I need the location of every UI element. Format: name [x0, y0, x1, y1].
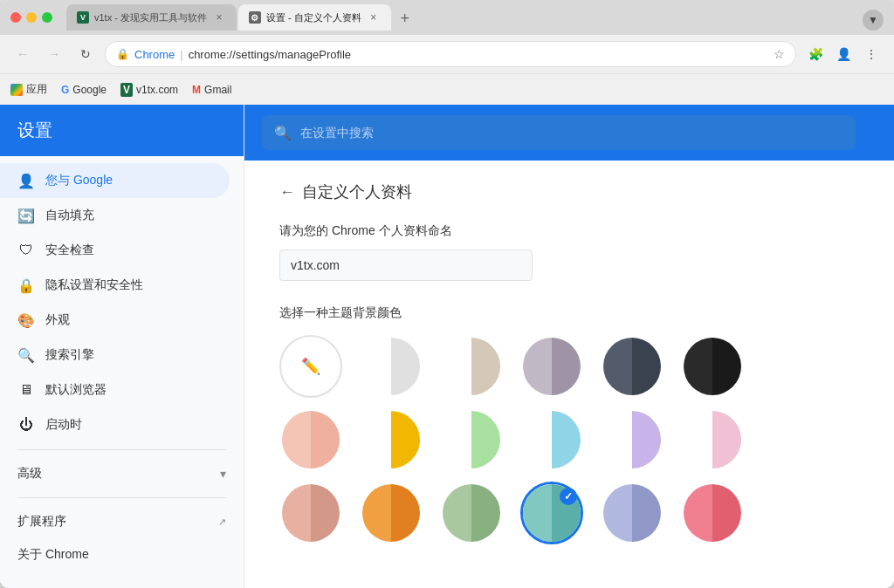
- sidebar-header: 设置: [0, 105, 244, 156]
- bookmark-google[interactable]: G Google: [61, 84, 107, 96]
- forward-button[interactable]: →: [42, 42, 66, 66]
- traffic-lights: [10, 12, 52, 23]
- tab-v1tx-favicon: V: [77, 11, 89, 24]
- tab-overflow-button[interactable]: ▼: [863, 10, 884, 31]
- sidebar-item-startup[interactable]: ⏻ 启动时: [0, 407, 230, 442]
- color-circle-green-sage[interactable]: [440, 482, 503, 544]
- color-section: 选择一种主题背景颜色 ✏️✓: [279, 305, 859, 544]
- page-title: 自定义个人资料: [302, 181, 412, 202]
- sidebar-divider-1: [17, 449, 226, 450]
- color-circle-green-mint[interactable]: [440, 408, 503, 471]
- startup-icon: ⏻: [17, 416, 35, 434]
- color-circle-white-beige[interactable]: [440, 335, 503, 398]
- minimize-traffic-light[interactable]: [26, 12, 37, 23]
- bookmark-google-label: Google: [72, 84, 107, 96]
- sidebar-item-search-engine-label: 搜索引擎: [45, 347, 94, 363]
- new-tab-button[interactable]: +: [393, 6, 417, 31]
- sidebar-item-security-check[interactable]: 🛡 安全检查: [0, 233, 230, 268]
- color-circle-pink-light[interactable]: [681, 408, 744, 471]
- search-input[interactable]: [300, 126, 843, 140]
- search-engine-icon: 🔍: [17, 346, 35, 364]
- sidebar-item-default-browser[interactable]: 🖥 默认浏览器: [0, 373, 230, 407]
- menu-icon[interactable]: ⋮: [859, 42, 884, 66]
- bookmark-v1tx-label: v1tx.com: [136, 84, 178, 96]
- sidebar: 设置 👤 您与 Google 🔄 自动填充 🛡 安全检查 🔒 隐私设置和安全性: [0, 105, 244, 588]
- bookmark-gmail-label: Gmail: [204, 84, 231, 96]
- sidebar-nav: 👤 您与 Google 🔄 自动填充 🛡 安全检查 🔒 隐私设置和安全性 🎨: [0, 156, 244, 578]
- color-circle-teal-selected[interactable]: ✓: [520, 482, 583, 544]
- search-box[interactable]: 🔍: [262, 115, 856, 150]
- about-label: 关于 Chrome: [17, 547, 89, 563]
- sidebar-item-search-engine[interactable]: 🔍 搜索引擎: [0, 338, 230, 373]
- tab-settings[interactable]: ⚙ 设置 - 自定义个人资料 ×: [238, 4, 391, 31]
- privacy-icon: 🔒: [17, 277, 35, 294]
- search-bar-area: 🔍: [244, 105, 894, 161]
- color-circle-white-gray[interactable]: [360, 335, 423, 398]
- color-circle-dark-gray[interactable]: [601, 335, 664, 398]
- external-link-icon: ↗: [218, 516, 226, 528]
- lock-icon: 🔒: [116, 48, 129, 60]
- default-browser-icon: 🖥: [17, 381, 35, 399]
- sidebar-item-about[interactable]: 关于 Chrome: [0, 538, 230, 571]
- pencil-icon: ✏️: [281, 337, 340, 396]
- search-icon: 🔍: [274, 125, 292, 141]
- v1tx-bookmark-icon: V: [120, 83, 133, 97]
- color-section-label: 选择一种主题背景颜色: [279, 305, 859, 321]
- back-page-button[interactable]: ←: [279, 183, 295, 202]
- selected-check-icon: ✓: [560, 488, 577, 505]
- tab-settings-title: 设置 - 自定义个人资料: [266, 11, 361, 24]
- sidebar-item-appearance-label: 外观: [45, 312, 70, 328]
- appearance-icon: 🎨: [17, 311, 35, 329]
- color-circle-salmon-warm[interactable]: [279, 482, 342, 544]
- maximize-traffic-light[interactable]: [42, 12, 52, 23]
- content-area: 设置 👤 您与 Google 🔄 自动填充 🛡 安全检查 🔒 隐私设置和安全性: [0, 105, 894, 588]
- back-button[interactable]: ←: [10, 42, 35, 66]
- profile-name-input[interactable]: [279, 250, 533, 281]
- profile-avatar[interactable]: 👤: [831, 42, 856, 66]
- extensions-icon[interactable]: 🧩: [803, 42, 828, 66]
- advanced-arrow-icon: ▾: [220, 467, 226, 481]
- tab-v1tx-close[interactable]: ×: [212, 10, 226, 24]
- reload-button[interactable]: ↻: [73, 42, 98, 66]
- title-bar: V v1tx - 发现实用工具与软件 × ⚙ 设置 - 自定义个人资料 × + …: [0, 0, 894, 35]
- advanced-label: 高级: [17, 466, 42, 482]
- nav-bar: ← → ↻ 🔒 Chrome | chrome://settings/manag…: [0, 35, 894, 73]
- sidebar-item-autofill[interactable]: 🔄 自动填充: [0, 198, 230, 233]
- sidebar-item-extensions[interactable]: 扩展程序 ↗: [0, 505, 244, 538]
- sidebar-item-appearance[interactable]: 🎨 外观: [0, 303, 230, 338]
- sidebar-item-you-google[interactable]: 👤 您与 Google: [0, 163, 230, 198]
- color-circle-white-purple-gray[interactable]: [520, 335, 583, 398]
- sidebar-item-startup-label: 启动时: [45, 417, 82, 433]
- color-circle-yellow-gold[interactable]: [360, 408, 423, 471]
- color-circle-salmon-pink[interactable]: [279, 408, 342, 471]
- tab-settings-close[interactable]: ×: [367, 10, 381, 24]
- address-bar[interactable]: 🔒 Chrome | chrome://settings/manageProfi…: [105, 41, 796, 67]
- bookmark-v1tx[interactable]: V v1tx.com: [120, 83, 178, 97]
- bookmark-star-icon[interactable]: ☆: [774, 47, 785, 61]
- extensions-label: 扩展程序: [17, 514, 66, 530]
- bookmark-apps[interactable]: 应用: [10, 82, 47, 97]
- autofill-icon: 🔄: [17, 207, 35, 224]
- color-circle-blue-light[interactable]: [520, 408, 583, 471]
- color-circle-hot-pink[interactable]: [681, 482, 744, 544]
- gmail-icon: M: [192, 84, 201, 96]
- sidebar-item-advanced[interactable]: 高级 ▾: [0, 457, 244, 490]
- sidebar-item-autofill-label: 自动填充: [45, 208, 94, 223]
- sidebar-item-privacy[interactable]: 🔒 隐私设置和安全性: [0, 268, 230, 303]
- tab-v1tx[interactable]: V v1tx - 发现实用工具与软件 ×: [66, 4, 237, 31]
- color-circle-purple-light[interactable]: [601, 408, 664, 471]
- color-circle-black[interactable]: [681, 335, 744, 398]
- main-content: 🔍 ← 自定义个人资料 请为您的 Chrome 个人资料命名 选择一种主题背景颜…: [244, 105, 894, 588]
- color-circle-periwinkle[interactable]: [601, 482, 664, 544]
- name-section: 请为您的 Chrome 个人资料命名: [279, 223, 859, 281]
- address-separator: |: [180, 48, 182, 61]
- bookmark-apps-label: 应用: [26, 82, 47, 97]
- page-content: ← 自定义个人资料 请为您的 Chrome 个人资料命名 选择一种主题背景颜色 …: [244, 161, 894, 588]
- sidebar-item-you-google-label: 您与 Google: [45, 173, 113, 188]
- color-circle-orange[interactable]: [360, 482, 423, 544]
- close-traffic-light[interactable]: [10, 12, 21, 23]
- color-grid: ✏️✓: [279, 335, 859, 544]
- color-circle-custom[interactable]: ✏️: [279, 335, 342, 398]
- sidebar-title: 设置: [17, 120, 52, 140]
- bookmark-gmail[interactable]: M Gmail: [192, 84, 231, 96]
